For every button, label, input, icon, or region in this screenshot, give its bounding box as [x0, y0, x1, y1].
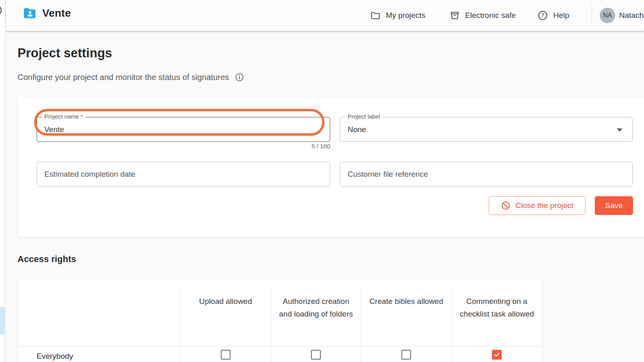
nav-label: Electronic safe — [465, 11, 516, 20]
estimated-completion-date-field[interactable] — [37, 162, 330, 186]
close-project-button[interactable]: Close the project — [489, 196, 585, 215]
page-subtitle: Configure your project and monitor the s… — [17, 72, 244, 82]
checkbox-unchecked[interactable] — [311, 350, 321, 360]
customer-file-reference-field[interactable] — [340, 162, 633, 186]
checkbox-cell — [271, 346, 361, 362]
project-label-value: None — [348, 117, 366, 141]
checkbox-unchecked[interactable] — [221, 350, 231, 360]
estimated-completion-date-input[interactable] — [37, 162, 330, 186]
nav-electronic-safe[interactable]: Electronic safe — [450, 0, 516, 31]
column-header-1: Authorized creation and loading of folde… — [271, 288, 361, 346]
access-rights-title: Access rights — [17, 254, 76, 264]
customer-file-reference-input[interactable] — [340, 162, 632, 186]
project-logo: Vente — [22, 5, 71, 21]
app-title: Vente — [42, 7, 71, 20]
access-rights-table: Upload allowedAuthorized creation and lo… — [17, 288, 542, 362]
project-name-input[interactable] — [37, 117, 330, 141]
character-counter: 5 / 100 — [37, 143, 330, 150]
project-folder-icon — [22, 6, 37, 20]
checkbox-cell — [452, 346, 542, 362]
info-icon[interactable] — [235, 72, 244, 82]
corner-cell — [17, 288, 181, 346]
check-icon — [494, 351, 500, 358]
close-project-label: Close the project — [516, 201, 574, 210]
folder-icon — [370, 11, 381, 21]
page-title: Project settings — [17, 46, 112, 61]
project-name-field[interactable]: Project name * — [37, 117, 330, 142]
safe-icon — [450, 11, 460, 21]
table-row: Everybody — [17, 346, 542, 362]
nav-help[interactable]: ? Help — [537, 0, 569, 31]
access-rights-body: Everybody — [17, 346, 542, 362]
project-settings-card: Project name * 5 / 100 Project label Non… — [17, 97, 644, 237]
app-window: Vente My projects Electronic safe ? Help — [0, 0, 644, 362]
help-icon: ? — [537, 10, 548, 21]
sidebar-edge — [0, 0, 5, 362]
row-label: Everybody — [17, 346, 181, 362]
column-header-0: Upload allowed — [181, 288, 271, 346]
chevron-down-icon — [617, 128, 622, 132]
svg-text:?: ? — [541, 12, 544, 19]
header-divider — [592, 2, 592, 28]
nav-label: Help — [553, 11, 569, 20]
page-subtitle-text: Configure your project and monitor the s… — [17, 73, 229, 82]
project-label-select[interactable]: Project label None — [340, 117, 633, 142]
top-header: Vente My projects Electronic safe ? Help — [6, 0, 644, 31]
nav-my-projects[interactable]: My projects — [370, 0, 425, 31]
checkbox-cell — [181, 346, 271, 362]
column-header-3: Commenting on a checklist task allowed — [452, 288, 542, 346]
sidebar-highlight-fragment — [0, 307, 5, 334]
column-header-2: Create bibles allowed — [361, 288, 451, 346]
checkbox-checked[interactable] — [492, 350, 502, 360]
user-avatar[interactable]: NA — [600, 8, 615, 23]
user-name[interactable]: Natacha — [619, 0, 644, 31]
access-rights-card: Upload allowedAuthorized creation and lo… — [17, 280, 542, 362]
block-icon — [501, 201, 511, 210]
checkbox-cell — [361, 346, 451, 362]
clipped-circle-icon — [0, 5, 2, 16]
nav-label: My projects — [386, 11, 425, 20]
checkbox-unchecked[interactable] — [401, 350, 411, 360]
save-button[interactable]: Save — [595, 196, 633, 215]
access-rights-header-row: Upload allowedAuthorized creation and lo… — [17, 288, 542, 346]
